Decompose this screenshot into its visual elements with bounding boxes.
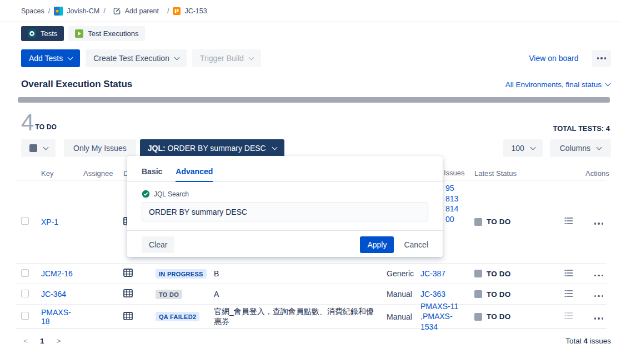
tab-advanced[interactable]: Advanced bbox=[176, 167, 213, 182]
summary-text: A bbox=[208, 290, 381, 299]
chevron-down-icon bbox=[68, 54, 73, 60]
linked-issue-link[interactable]: JC-363 bbox=[420, 289, 469, 300]
breadcrumb-spaces-link[interactable]: Spaces bbox=[21, 7, 44, 15]
summary-text: 官網_會員登入，查詢會員點數、消費紀錄和優惠券 bbox=[208, 307, 381, 327]
row-actions-menu-icon[interactable] bbox=[594, 275, 604, 277]
jql-prefix: JQL: bbox=[148, 144, 166, 153]
linked-issues-cell: PMAXS-11,PMAXS-1534 bbox=[415, 301, 469, 332]
jql-search-field-label: JQL Search bbox=[142, 190, 428, 198]
ellipsis-icon bbox=[597, 57, 607, 59]
linked-issue-link[interactable]: ,PMAXS-1534 bbox=[420, 311, 469, 332]
header-key[interactable]: Key bbox=[36, 169, 78, 178]
breadcrumb-separator: / bbox=[48, 7, 50, 15]
more-actions-button[interactable] bbox=[592, 50, 612, 67]
test-key-link[interactable]: PMAXS-18 bbox=[41, 308, 71, 326]
row-actions-menu-icon[interactable] bbox=[594, 295, 604, 297]
steps-list-icon[interactable] bbox=[564, 269, 573, 279]
latest-status-square-icon bbox=[474, 290, 482, 298]
cancel-button[interactable]: Cancel bbox=[404, 240, 428, 249]
status-badge: IN PROGRESS bbox=[156, 269, 207, 279]
jql-popup-footer: Clear Apply Cancel bbox=[127, 230, 443, 259]
dataset-icon[interactable] bbox=[123, 312, 133, 320]
clear-button[interactable]: Clear bbox=[142, 236, 174, 253]
create-test-execution-button[interactable]: Create Test Execution bbox=[86, 49, 187, 67]
environment-selector[interactable]: All Environments, final status bbox=[505, 80, 610, 89]
jql-filter-value: ORDER BY summary DESC bbox=[168, 144, 266, 153]
linked-issues-cell: JC-387 bbox=[415, 269, 469, 279]
breadcrumb-project-link[interactable]: Jovish-CM bbox=[67, 7, 99, 15]
row-checkbox[interactable] bbox=[21, 217, 29, 225]
tab-test-executions[interactable]: Test Executions bbox=[68, 26, 145, 41]
linked-issue-link[interactable]: 813 bbox=[445, 194, 469, 204]
bulk-select-dropdown[interactable] bbox=[21, 139, 56, 157]
row-checkbox[interactable] bbox=[21, 312, 29, 320]
steps-list-icon[interactable] bbox=[564, 217, 573, 226]
trigger-build-button[interactable]: Trigger Build bbox=[192, 49, 261, 67]
jql-filter-button[interactable]: JQL:ORDER BY summary DESC bbox=[140, 139, 284, 157]
total-issues-label: Total 4 issues bbox=[565, 337, 611, 345]
test-key-link[interactable]: XP-1 bbox=[41, 218, 58, 226]
execution-progress bbox=[0, 90, 621, 103]
header-assignee[interactable]: Assignee bbox=[78, 169, 118, 178]
latest-status-label: TO DO bbox=[487, 270, 511, 278]
breadcrumb-separator: / bbox=[167, 7, 169, 15]
status-badge: TO DO bbox=[156, 290, 182, 299]
todo-count-label: TO DO bbox=[35, 123, 57, 131]
header-actions: Actions bbox=[580, 169, 607, 178]
next-page-button[interactable]: > bbox=[56, 337, 61, 345]
latest-status-label: TO DO bbox=[487, 218, 511, 226]
test-key-link[interactable]: JC-364 bbox=[41, 290, 66, 299]
jql-filter-popup: Basic Advanced JQL Search Clear Apply Ca… bbox=[127, 156, 443, 257]
tab-basic[interactable]: Basic bbox=[142, 167, 162, 181]
select-all-checkbox-icon bbox=[29, 144, 37, 152]
project-avatar-icon bbox=[54, 7, 63, 16]
breadcrumb: Spaces / Jovish-CM / Add parent / JC-153 bbox=[0, 0, 621, 22]
header-latest-status[interactable]: Latest Status bbox=[469, 169, 552, 178]
test-key-link[interactable]: JCM2-16 bbox=[41, 269, 73, 278]
summary-text: B bbox=[208, 269, 381, 278]
page-title: Overall Execution Status bbox=[21, 79, 132, 90]
row-checkbox[interactable] bbox=[21, 290, 29, 297]
status-counter: 4 TO DO TOTAL TESTS: 4 bbox=[0, 103, 621, 135]
only-my-issues-button[interactable]: Only My Issues bbox=[64, 139, 136, 157]
only-my-issues-label: Only My Issues bbox=[73, 144, 127, 153]
page-size-value: 100 bbox=[511, 144, 524, 153]
pagination: < 1 > Total 4 issues bbox=[0, 329, 621, 345]
dataset-icon[interactable] bbox=[123, 269, 133, 277]
tab-tests[interactable]: Tests bbox=[21, 26, 64, 41]
chevron-down-icon bbox=[248, 54, 254, 60]
linked-issue-link[interactable]: 814 bbox=[445, 204, 469, 214]
view-on-board-link[interactable]: View on board bbox=[529, 54, 578, 63]
table-row: PMAXS-18 QA FAILED2 官網_會員登入，查詢會員點數、消費紀錄和… bbox=[16, 305, 607, 329]
dataset-icon[interactable] bbox=[123, 289, 133, 297]
breadcrumb-add-parent-link[interactable]: Add parent bbox=[125, 7, 159, 15]
todo-count: 4 bbox=[21, 110, 34, 135]
row-actions-menu-icon[interactable] bbox=[594, 317, 604, 320]
row-actions-menu-icon[interactable] bbox=[594, 223, 604, 225]
prev-page-button[interactable]: < bbox=[23, 337, 28, 345]
linked-issue-link[interactable]: 95 bbox=[445, 183, 469, 194]
tab-test-executions-label: Test Executions bbox=[88, 29, 138, 38]
row-checkbox[interactable] bbox=[21, 269, 29, 277]
jql-search-input[interactable] bbox=[142, 203, 428, 221]
steps-list-icon[interactable] bbox=[564, 312, 573, 321]
latest-status-square-icon bbox=[474, 313, 482, 321]
apply-button[interactable]: Apply bbox=[360, 236, 394, 253]
latest-status-label: TO DO bbox=[487, 290, 511, 299]
test-executions-icon bbox=[75, 29, 83, 38]
page-size-dropdown[interactable]: 100 bbox=[503, 139, 542, 157]
linked-issue-link[interactable]: PMAXS-11 bbox=[420, 301, 469, 312]
add-tests-button[interactable]: Add Tests bbox=[21, 49, 80, 67]
current-page[interactable]: 1 bbox=[40, 337, 44, 345]
latest-status-square-icon bbox=[474, 270, 482, 277]
steps-list-icon[interactable] bbox=[564, 290, 573, 299]
create-test-execution-label: Create Test Execution bbox=[93, 54, 169, 63]
linked-issue-link[interactable]: 00 bbox=[445, 214, 469, 225]
breadcrumb-issue-link[interactable]: JC-153 bbox=[184, 7, 207, 15]
columns-dropdown[interactable]: Columns bbox=[550, 139, 611, 157]
table-row: JC-364 TO DO A Manual JC-363 TO DO bbox=[16, 284, 607, 305]
progress-segment-todo[interactable] bbox=[18, 97, 610, 103]
environment-selector-label: All Environments, final status bbox=[505, 80, 602, 89]
chevron-down-icon bbox=[272, 144, 277, 150]
linked-issue-link[interactable]: JC-387 bbox=[420, 269, 469, 279]
